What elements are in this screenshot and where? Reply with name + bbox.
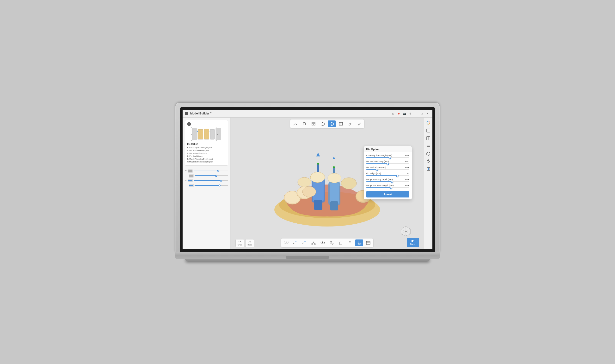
param-label-vert-gap: Die Vertical Gap (mm) <box>366 166 386 169</box>
param-label-extra-gap: Extra Gap from Margin (mm) <box>366 154 392 157</box>
title-bar-left: Model Builder ᵀ <box>185 112 211 115</box>
die-tool-btn[interactable] <box>328 120 336 127</box>
svg-text:⚙: ⚙ <box>360 243 362 245</box>
svg-point-68 <box>322 242 323 243</box>
svg-rect-73 <box>340 242 342 245</box>
layers-sidebar-btn[interactable] <box>425 143 432 149</box>
slider-extra-gap[interactable] <box>366 157 409 158</box>
svg-text:A: A <box>350 123 351 125</box>
edit-tool-btn[interactable]: A <box>346 120 354 127</box>
laptop-outer: Model Builder ᵀ ⊡ ⏺ 📷 ⚙ – □ ✕ <box>175 103 440 261</box>
slider-track-3[interactable] <box>194 180 228 181</box>
model3d-tool-btn[interactable] <box>319 120 327 127</box>
cube-widget[interactable]: +X <box>400 225 412 237</box>
num2d-btn[interactable]: 2D <box>291 239 299 246</box>
next-button[interactable]: Next <box>407 238 419 247</box>
viewport[interactable]: A <box>231 117 424 249</box>
dropdown-arrow-1[interactable]: ▼ <box>185 170 187 172</box>
dropdown-arrow-2[interactable]: ▼ <box>185 180 187 182</box>
redo-button[interactable]: Redo <box>245 239 254 247</box>
die-option-list: A: Extra Gap from Margin (mm) B: Die Hor… <box>187 146 226 163</box>
slider-margin-trim[interactable] <box>366 182 409 182</box>
model3d-sidebar-btn[interactable] <box>425 150 432 157</box>
svg-point-78 <box>358 242 360 244</box>
add-teeth-btn[interactable]: + <box>282 239 290 246</box>
die-panel-title: Die Option <box>364 146 412 152</box>
record-btn[interactable]: ⏺ <box>396 111 401 116</box>
right-sidebar <box>424 117 432 249</box>
slider-vert-gap[interactable] <box>366 169 409 170</box>
die-opt-f: F: Margin Extrusion Length (mm) <box>187 160 226 163</box>
slider-controls: ▼ <box>185 169 228 187</box>
svg-marker-83 <box>411 240 414 242</box>
svg-point-46 <box>333 166 335 168</box>
cut-btn[interactable] <box>309 239 318 246</box>
preset-button[interactable]: Preset <box>366 191 409 197</box>
undo-label: Undo <box>238 244 242 246</box>
svg-point-50 <box>310 172 325 182</box>
adjust-btn[interactable] <box>328 239 336 246</box>
grid-tool-btn[interactable] <box>309 120 318 127</box>
check-tool-btn[interactable] <box>355 120 363 127</box>
svg-text:C: C <box>191 140 192 141</box>
svg-rect-81 <box>366 241 370 245</box>
svg-rect-90 <box>427 129 430 132</box>
slider-track-4[interactable] <box>195 185 228 186</box>
die-opt-c: C: Die Vertical Gap (mm) <box>187 152 226 155</box>
param-row-pin-height: Pin Height (mm) 3.2 <box>366 172 409 176</box>
maximize-btn[interactable]: □ <box>419 111 424 116</box>
undo-button[interactable]: Undo <box>235 239 244 247</box>
svg-point-23 <box>331 124 332 125</box>
slider-margin-extrusion[interactable] <box>366 187 409 188</box>
slider-pin-height[interactable] <box>366 175 409 176</box>
tooth-tool-btn[interactable] <box>300 120 308 127</box>
model-view-btn[interactable] <box>364 239 372 246</box>
svg-rect-37 <box>314 200 322 210</box>
top-toolbar: A <box>290 119 364 128</box>
eye-btn[interactable] <box>319 239 327 246</box>
param-row-margin-trim: Margin Trimming Depth (mm) 0.40 <box>366 178 409 182</box>
svg-text:D: D <box>304 241 306 243</box>
minimize-btn[interactable]: – <box>414 111 419 116</box>
svg-text:+: + <box>287 243 289 245</box>
camera-btn[interactable]: 📷 <box>402 111 407 116</box>
die-settings-btn[interactable]: ⚙ <box>355 239 363 246</box>
snap-sidebar-btn[interactable] <box>425 166 432 172</box>
param-label-horiz-gap: Die Horizontal Gap (mm) <box>366 160 389 163</box>
color-sidebar-btn[interactable] <box>425 119 432 126</box>
svg-point-64 <box>314 243 315 245</box>
svg-rect-2 <box>204 129 209 139</box>
refresh-sidebar-btn[interactable] <box>425 158 432 165</box>
svg-point-39 <box>317 163 319 165</box>
close-btn[interactable]: ✕ <box>425 111 430 116</box>
slider-horiz-gap[interactable] <box>366 163 409 164</box>
slider-icon-4 <box>189 184 194 187</box>
laptop-foot <box>185 259 430 261</box>
param-row-horiz-gap: Die Horizontal Gap (mm) 0.23 <box>366 160 409 164</box>
view-front-btn[interactable] <box>425 135 432 142</box>
param-row-vert-gap: Die Vertical Gap (mm) 0.10 <box>366 166 409 170</box>
param-value-margin-extrusion: 0.30 <box>405 184 409 187</box>
slider-icon-3 <box>188 179 193 182</box>
param-row-extra-gap: Extra Gap from Margin (mm) 0.25 <box>366 154 409 158</box>
screen-btn[interactable]: ⊡ <box>391 111 396 116</box>
num3d-btn[interactable]: 3D <box>300 239 308 246</box>
svg-rect-1 <box>198 129 203 139</box>
die-option-panel: Die Option Extra Gap from Margin (mm) 0.… <box>364 146 412 199</box>
slider-track-1[interactable] <box>194 171 228 171</box>
view-top-btn[interactable] <box>425 127 432 134</box>
die-opt-d: D: Pin Height (mm) <box>187 155 226 158</box>
param-value-extra-gap: 0.25 <box>405 154 409 157</box>
svg-text:A: A <box>191 127 192 128</box>
delete-btn[interactable] <box>337 239 345 246</box>
svg-marker-96 <box>427 152 430 156</box>
pin-btn[interactable] <box>346 239 354 246</box>
hamburger-icon[interactable] <box>185 112 188 115</box>
redo-label: Redo <box>247 244 252 246</box>
arch-tool-btn[interactable] <box>291 120 299 127</box>
margin-tool-btn[interactable] <box>337 120 345 127</box>
laptop-lid: Model Builder ᵀ ⊡ ⏺ 📷 ⚙ – □ ✕ <box>175 103 440 252</box>
screen: Model Builder ᵀ ⊡ ⏺ 📷 ⚙ – □ ✕ <box>183 110 432 249</box>
slider-track-2[interactable] <box>195 175 228 176</box>
settings-btn[interactable]: ⚙ <box>408 111 413 116</box>
